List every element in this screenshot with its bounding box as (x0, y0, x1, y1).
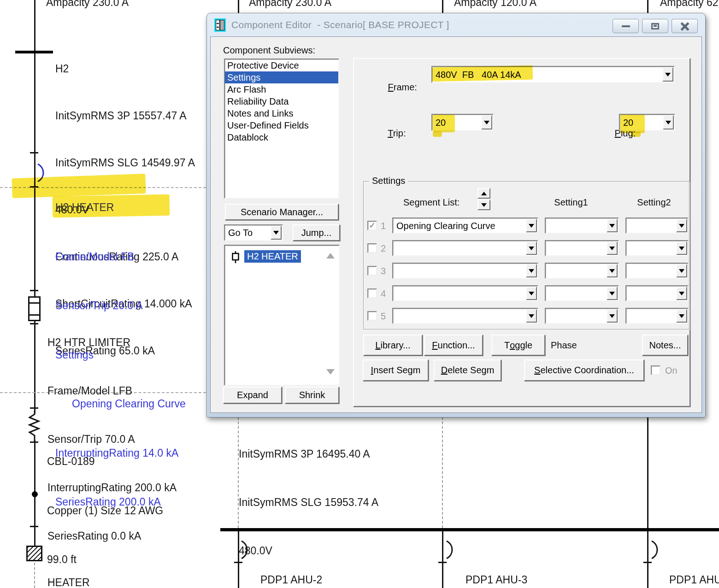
bus-h2-bar[interactable] (15, 51, 53, 53)
component-data: Frame/Model FB (55, 249, 186, 265)
subview-item-notes-and-links[interactable]: Notes and Links (225, 107, 338, 119)
setting1-combo[interactable] (545, 308, 619, 324)
insert-segm-button[interactable]: Insert Segm (363, 359, 429, 381)
chevron-down-icon[interactable] (676, 219, 687, 232)
function-rest: unction... (438, 340, 475, 351)
segment-enable-checkbox[interactable] (367, 266, 377, 276)
connection-tick (30, 526, 38, 527)
scenario-manager-button[interactable]: Scenario Manager... (225, 204, 339, 220)
chevron-down-icon[interactable] (526, 287, 537, 300)
breaker-symbol[interactable] (445, 539, 456, 560)
subview-item-datablock[interactable]: Datablock (225, 131, 338, 143)
subview-item-arc-flash[interactable]: Arc Flash (225, 83, 338, 95)
frame-label-rest: rame: (394, 82, 417, 92)
subview-item-reliability-data[interactable]: Reliability Data (225, 95, 338, 107)
chevron-down-icon[interactable] (607, 264, 618, 277)
setting2-combo[interactable] (625, 285, 689, 301)
connection-tick (30, 441, 38, 443)
breaker-symbol[interactable] (240, 539, 251, 560)
chevron-down-icon[interactable] (526, 219, 537, 232)
heater-labels: HEATER 5 kW (Input) (47, 540, 105, 588)
chevron-down-icon[interactable] (526, 309, 537, 323)
chevron-down-icon[interactable] (662, 67, 673, 82)
setting1-combo[interactable] (545, 285, 619, 301)
chevron-down-icon[interactable] (607, 241, 618, 255)
app-window-icon (214, 18, 226, 32)
setting2-combo[interactable] (625, 218, 689, 234)
segment-combo[interactable] (392, 240, 538, 256)
chevron-down-icon[interactable] (663, 115, 674, 129)
selective-coordination-button[interactable]: Selective Coordination... (524, 359, 644, 381)
segment-spinner-up[interactable] (477, 188, 490, 199)
subview-item-user-defined-fields[interactable]: User-Defined Fields (225, 119, 338, 131)
component-name: PDP1 AHU-2 (260, 572, 348, 588)
segment-combo[interactable]: Opening Clearing Curve (392, 218, 538, 234)
setting2-combo[interactable] (625, 308, 689, 324)
segment-combo[interactable] (392, 308, 538, 324)
setting1-combo[interactable] (545, 263, 619, 279)
maximize-button[interactable] (642, 19, 668, 33)
tree-item-h2-heater[interactable]: H2 HEATER (244, 250, 301, 263)
segment-spinner-down[interactable] (477, 200, 490, 210)
phase-label: Phase (551, 340, 577, 351)
setting1-column-header: Setting1 (548, 197, 594, 208)
segment-combo[interactable] (392, 263, 538, 279)
setting1-combo[interactable] (545, 240, 619, 256)
goto-combo[interactable]: Go To (224, 224, 283, 241)
setting2-combo[interactable] (625, 263, 689, 279)
chevron-down-icon[interactable] (676, 309, 687, 323)
toggle-rest: gle (520, 340, 532, 351)
segment-enable-checkbox[interactable] (367, 311, 377, 321)
chevron-down-icon[interactable] (676, 287, 687, 300)
chevron-down-icon[interactable] (271, 226, 282, 240)
subview-item-protective-device[interactable]: Protective Device (225, 59, 338, 71)
connection-tick (30, 290, 38, 291)
delete-segm-button[interactable]: Delete Segm (434, 359, 501, 381)
function-button[interactable]: Function... (424, 335, 483, 356)
selective-accel: S (534, 365, 540, 376)
toggle-button[interactable]: Toggle (491, 335, 545, 356)
chevron-down-icon[interactable] (607, 219, 618, 232)
highlight-marker (432, 65, 533, 82)
one-line-diagram-canvas: Ampacity 230.0 A Ampacity 230.0 A Ampaci… (0, 0, 719, 588)
segment-enable-checkbox[interactable]: ✓ (367, 221, 377, 230)
library-button[interactable]: Library... (363, 335, 423, 356)
segment-enable-checkbox[interactable] (367, 243, 377, 253)
setting1-combo[interactable] (545, 218, 619, 234)
shrink-button[interactable]: Shrink (285, 387, 339, 404)
minimize-button[interactable] (613, 19, 639, 33)
notes-button[interactable]: Notes... (642, 335, 688, 356)
segment-combo[interactable] (392, 285, 538, 301)
chevron-down-icon[interactable] (526, 264, 537, 277)
chevron-down-icon[interactable] (607, 287, 618, 300)
subviews-listbox: Protective Device Settings Arc Flash Rel… (224, 59, 339, 199)
segment-enable-checkbox[interactable] (367, 288, 377, 298)
chevron-down-icon[interactable] (676, 241, 687, 255)
breaker-symbol[interactable] (650, 539, 661, 560)
connection-tick (234, 562, 242, 563)
fuse-limiter-symbol[interactable] (28, 296, 41, 321)
bus-pdp1-bar[interactable] (220, 528, 719, 531)
highlight-marker (433, 131, 442, 137)
connection-tick (643, 562, 652, 563)
component-editor-dialog: Component Editor - Scenario[ BASE PROJEC… (206, 13, 706, 417)
chevron-down-icon[interactable] (526, 241, 537, 255)
heater-load-symbol[interactable] (26, 546, 42, 561)
junction-dot (32, 491, 38, 497)
minimize-icon (622, 25, 630, 27)
jump-button[interactable]: Jump... (293, 224, 340, 241)
close-button[interactable] (672, 19, 698, 33)
setting2-combo[interactable] (625, 240, 689, 256)
subview-item-settings[interactable]: Settings (225, 71, 338, 83)
chevron-down-icon[interactable] (676, 264, 687, 277)
scroll-up-icon[interactable] (326, 253, 335, 259)
expand-button[interactable]: Expand (223, 387, 282, 404)
chevron-down-icon[interactable] (481, 115, 492, 129)
connection-tick (30, 407, 38, 409)
component-data: Frame/Model LFB (47, 383, 177, 399)
cable-symbol[interactable] (27, 411, 42, 443)
dialog-titlebar[interactable]: Component Editor - Scenario[ BASE PROJEC… (207, 13, 705, 36)
on-checkbox[interactable] (651, 365, 660, 375)
chevron-down-icon[interactable] (607, 309, 618, 323)
scroll-down-icon[interactable] (326, 369, 335, 375)
